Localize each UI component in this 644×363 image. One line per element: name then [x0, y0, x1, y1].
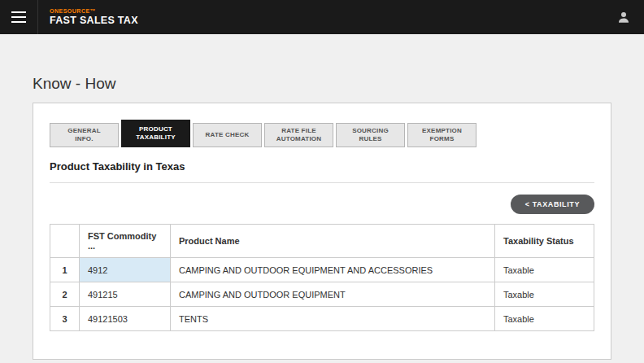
main-content: Know - How GENERAL INFO. PRODUCT TAXABIL…: [0, 75, 644, 360]
taxability-status-cell: Taxable: [495, 307, 594, 331]
taxability-table: FST Commodity ... Product Name Taxabilit…: [50, 224, 594, 331]
brand-onesource-label: ONESOURCE™: [50, 8, 138, 15]
app-header: ONESOURCE™ FAST SALES TAX: [0, 0, 644, 34]
tab-rate-file-automation[interactable]: RATE FILE AUTOMATION: [264, 123, 333, 147]
product-name-cell: CAMPING AND OUTDOOR EQUIPMENT: [171, 282, 495, 307]
section-heading: Product Taxability in Texas: [50, 160, 594, 183]
row-number-cell: 1: [50, 258, 80, 282]
commodity-code-cell[interactable]: 491215: [80, 282, 171, 307]
brand-logo: ONESOURCE™ FAST SALES TAX: [50, 8, 138, 26]
page-title: Know - How: [33, 75, 611, 93]
commodity-code-cell[interactable]: 4912: [80, 258, 171, 282]
tab-product-taxability[interactable]: PRODUCT TAXABILITY: [121, 120, 190, 147]
hamburger-menu-icon[interactable]: [0, 0, 37, 34]
user-icon[interactable]: [616, 10, 631, 24]
tab-sourcing-rules[interactable]: SOURCING RULES: [336, 123, 405, 147]
table-row: 1 4912 CAMPING AND OUTDOOR EQUIPMENT AND…: [50, 258, 594, 282]
product-name-cell: TENTS: [171, 307, 495, 331]
column-header-product-name: Product Name: [171, 225, 495, 258]
row-number-cell: 3: [50, 307, 80, 331]
tab-bar: GENERAL INFO. PRODUCT TAXABILITY RATE CH…: [50, 120, 594, 147]
table-row: 3 49121503 TENTS Taxable: [50, 307, 594, 331]
taxability-status-cell: Taxable: [495, 258, 594, 282]
commodity-code-cell[interactable]: 49121503: [80, 307, 171, 331]
column-header-taxability-status: Taxability Status: [495, 225, 594, 258]
header-divider: [37, 0, 38, 34]
tab-exemption-forms[interactable]: EXEMPTION FORMS: [407, 123, 476, 147]
column-header-row-number: [50, 225, 80, 258]
tab-general-info[interactable]: GENERAL INFO.: [50, 123, 119, 147]
column-header-fst-commodity: FST Commodity ...: [80, 225, 171, 258]
row-number-cell: 2: [50, 282, 80, 307]
table-header-row: FST Commodity ... Product Name Taxabilit…: [50, 225, 594, 258]
taxability-status-cell: Taxable: [495, 282, 594, 307]
toolbar: < TAXABILITY: [50, 195, 594, 214]
tab-rate-check[interactable]: RATE CHECK: [193, 123, 262, 147]
product-name-cell: CAMPING AND OUTDOOR EQUIPMENT AND ACCESS…: [171, 258, 495, 282]
back-to-taxability-button[interactable]: < TAXABILITY: [511, 195, 594, 214]
know-how-card: GENERAL INFO. PRODUCT TAXABILITY RATE CH…: [33, 103, 611, 360]
brand-fast-sales-tax-label: FAST SALES TAX: [50, 15, 138, 26]
table-row: 2 491215 CAMPING AND OUTDOOR EQUIPMENT T…: [50, 282, 594, 307]
